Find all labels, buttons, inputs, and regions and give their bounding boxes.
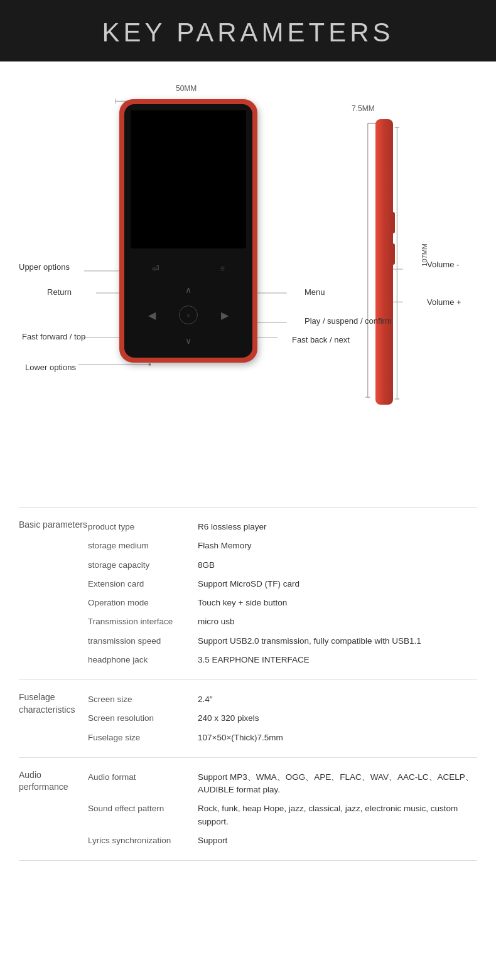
phone-side-view <box>375 119 393 405</box>
upper-options-label: Upper options <box>19 262 70 272</box>
param-value: Support <box>198 834 477 847</box>
param-name: Transmission interface <box>88 615 198 628</box>
param-value: 3.5 EARPHONE INTERFACE <box>198 654 477 666</box>
param-value: Support MicroSD (TF) card <box>198 578 477 590</box>
param-value: micro usb <box>198 615 477 628</box>
fuselage-rows: Screen size2.4″Screen resolution240 x 32… <box>88 690 477 747</box>
param-value: 107×50×(Thick)7.5mm <box>198 732 477 744</box>
table-row: Sound effect patternRock, funk, heap Hop… <box>88 799 477 831</box>
table-row: Operation modeTouch key + side button <box>88 594 477 612</box>
param-value: Touch key + side button <box>198 597 477 609</box>
param-name: Audio format <box>88 771 198 797</box>
param-value: 8GB <box>198 559 477 572</box>
svg-point-22 <box>148 363 151 366</box>
table-row: storage mediumFlash Memory <box>88 536 477 555</box>
param-name: storage medium <box>88 540 198 552</box>
audio-group: Audio performance Audio formatSupport MP… <box>19 757 477 861</box>
param-value: R6 lossless player <box>198 521 477 533</box>
diagram-container: 50MM 7.5MM 107MM ⏎ ≡ <box>13 80 483 482</box>
param-name: Screen resolution <box>88 712 198 725</box>
audio-category: Audio performance <box>19 768 88 850</box>
param-name: Screen size <box>88 693 198 706</box>
basic-parameters-group: Basic parameters product typeR6 lossless… <box>19 507 477 679</box>
table-row: headphone jack3.5 EARPHONE INTERFACE <box>88 651 477 669</box>
table-row: Extension cardSupport MicroSD (TF) card <box>88 575 477 594</box>
fuselage-group: Fuselage characteristics Screen size2.4″… <box>19 679 477 757</box>
play-suspend-label: Play / suspend / confirm <box>305 316 392 327</box>
menu-label: Menu <box>305 287 325 297</box>
table-row: product typeR6 lossless player <box>88 518 477 536</box>
param-name: Operation mode <box>88 597 198 609</box>
table-row: Screen size2.4″ <box>88 690 477 709</box>
param-value: 240 x 320 pixels <box>198 712 477 725</box>
param-name: storage capacity <box>88 559 198 572</box>
param-name: product type <box>88 521 198 533</box>
table-row: Fuselage size107×50×(Thick)7.5mm <box>88 728 477 747</box>
table-row: Audio formatSupport MP3、WMA、OGG、APE、FLAC… <box>88 768 477 800</box>
basic-parameters-category: Basic parameters <box>19 518 88 669</box>
table-row: transmission speedSupport USB2.0 transmi… <box>88 632 477 651</box>
audio-rows: Audio formatSupport MP3、WMA、OGG、APE、FLAC… <box>88 768 477 850</box>
param-value: Flash Memory <box>198 540 477 552</box>
diagram-section: 50MM 7.5MM 107MM ⏎ ≡ <box>0 61 496 494</box>
param-name: Fuselage size <box>88 732 198 744</box>
return-label: Return <box>47 287 72 297</box>
page-header: KEY PARAMETERS <box>0 0 496 61</box>
fast-back-label: Fast back / next <box>292 335 350 344</box>
param-name: Sound effect pattern <box>88 802 198 828</box>
fuselage-category: Fuselage characteristics <box>19 690 88 747</box>
width-dimension: 50MM <box>176 84 197 93</box>
param-name: Lyrics synchronization <box>88 834 198 847</box>
table-row: Lyrics synchronizationSupport <box>88 831 477 850</box>
param-value: Support MP3、WMA、OGG、APE、FLAC、WAV、AAC-LC、… <box>198 771 477 797</box>
param-value: Support USB2.0 transmission, fully compa… <box>198 635 477 647</box>
param-name: transmission speed <box>88 635 198 647</box>
thickness-dimension: 7.5MM <box>352 104 375 113</box>
table-row: Screen resolution240 x 320 pixels <box>88 709 477 728</box>
param-name: headphone jack <box>88 654 198 666</box>
param-value: Rock, funk, heap Hope, jazz, classical, … <box>198 802 477 828</box>
param-value: 2.4″ <box>198 693 477 706</box>
table-row: storage capacity8GB <box>88 556 477 575</box>
basic-parameters-rows: product typeR6 lossless playerstorage me… <box>88 518 477 669</box>
lower-options-label: Lower options <box>25 363 76 372</box>
param-name: Extension card <box>88 578 198 590</box>
fast-forward-label: Fast forward / top <box>22 331 85 343</box>
table-row: Transmission interfacemicro usb <box>88 612 477 631</box>
volume-plus-label: Volume + <box>427 297 461 307</box>
phone-front-view: ⏎ ≡ ∧ ◀ ○ ▶ <box>119 99 257 363</box>
volume-minus-label: Volume - <box>427 260 459 269</box>
parameters-section: Basic parameters product typeR6 lossless… <box>0 494 496 867</box>
page-title: KEY PARAMETERS <box>0 18 496 48</box>
